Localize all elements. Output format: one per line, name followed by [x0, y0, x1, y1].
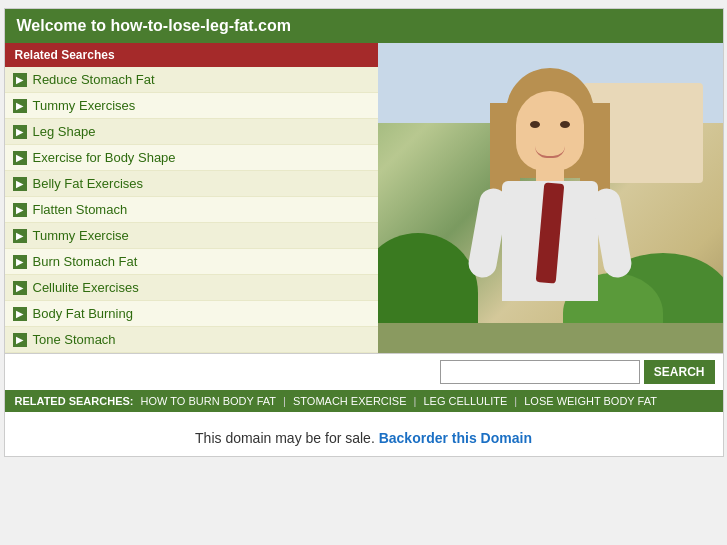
right-panel	[378, 43, 722, 353]
main-container: Welcome to how-to-lose-leg-fat.com Relat…	[4, 8, 724, 457]
sep-3: |	[514, 395, 520, 407]
header-bar: Welcome to how-to-lose-leg-fat.com	[5, 9, 723, 43]
bullet-icon: ▶	[13, 73, 27, 87]
left-panel: Related Searches ▶Reduce Stomach Fat▶Tum…	[5, 43, 379, 353]
bottom-section: This domain may be for sale. Backorder t…	[5, 412, 723, 456]
bullet-icon: ▶	[13, 281, 27, 295]
sep-1: |	[283, 395, 289, 407]
photo-area	[378, 43, 722, 353]
related-bar: RELATED SEARCHES: HOW TO BURN BODY FAT |…	[5, 390, 723, 412]
main-content: Related Searches ▶Reduce Stomach Fat▶Tum…	[5, 43, 723, 353]
bullet-icon: ▶	[13, 177, 27, 191]
bullet-icon: ▶	[13, 151, 27, 165]
eye-left	[530, 121, 540, 128]
bullet-icon: ▶	[13, 203, 27, 217]
related-bar-item-4[interactable]: LOSE WEIGHT BODY FAT	[524, 395, 657, 407]
search-bar-row: SEARCH	[5, 353, 723, 390]
list-item: ▶Body Fat Burning	[5, 301, 379, 327]
related-bar-item-2[interactable]: STOMACH EXERCISE	[293, 395, 407, 407]
footer-text: This domain may be for sale.	[195, 430, 375, 446]
bullet-icon: ▶	[13, 255, 27, 269]
bullet-icon: ▶	[13, 229, 27, 243]
bullet-icon: ▶	[13, 125, 27, 139]
list-item: ▶Flatten Stomach	[5, 197, 379, 223]
related-bar-label: RELATED SEARCHES:	[15, 395, 134, 407]
search-list-link[interactable]: Tummy Exercise	[33, 228, 129, 243]
list-item: ▶Cellulite Exercises	[5, 275, 379, 301]
search-list-link[interactable]: Burn Stomach Fat	[33, 254, 138, 269]
list-item: ▶Reduce Stomach Fat	[5, 67, 379, 93]
bullet-icon: ▶	[13, 99, 27, 113]
search-button[interactable]: SEARCH	[644, 360, 715, 384]
list-item: ▶Leg Shape	[5, 119, 379, 145]
footer-link[interactable]: Backorder this Domain	[379, 430, 532, 446]
search-list-link[interactable]: Exercise for Body Shape	[33, 150, 176, 165]
list-item: ▶Belly Fat Exercises	[5, 171, 379, 197]
bullet-icon: ▶	[13, 333, 27, 347]
list-item: ▶Tummy Exercise	[5, 223, 379, 249]
search-input[interactable]	[440, 360, 640, 384]
list-item: ▶Exercise for Body Shape	[5, 145, 379, 171]
header-title: Welcome to how-to-lose-leg-fat.com	[17, 17, 291, 34]
list-item: ▶Tone Stomach	[5, 327, 379, 353]
search-list-link[interactable]: Reduce Stomach Fat	[33, 72, 155, 87]
bullet-icon: ▶	[13, 307, 27, 321]
footer-domain: This domain may be for sale. Backorder t…	[5, 412, 723, 456]
eye-right	[560, 121, 570, 128]
related-bar-item-1[interactable]: HOW TO BURN BODY FAT	[141, 395, 276, 407]
related-bar-item-3[interactable]: LEG CELLULITE	[424, 395, 508, 407]
person-figure	[470, 63, 630, 333]
search-list-link[interactable]: Tone Stomach	[33, 332, 116, 347]
related-searches-label: Related Searches	[15, 48, 115, 62]
list-item: ▶Tummy Exercises	[5, 93, 379, 119]
smile	[535, 146, 565, 158]
search-list-link[interactable]: Belly Fat Exercises	[33, 176, 144, 191]
list-item: ▶Burn Stomach Fat	[5, 249, 379, 275]
search-list: ▶Reduce Stomach Fat▶Tummy Exercises▶Leg …	[5, 67, 379, 353]
search-list-link[interactable]: Leg Shape	[33, 124, 96, 139]
search-list-link[interactable]: Tummy Exercises	[33, 98, 136, 113]
search-list-link[interactable]: Flatten Stomach	[33, 202, 128, 217]
face	[516, 91, 584, 171]
related-bar-items: HOW TO BURN BODY FAT | STOMACH EXERCISE …	[137, 395, 661, 407]
search-list-link[interactable]: Cellulite Exercises	[33, 280, 139, 295]
related-searches-header: Related Searches	[5, 43, 379, 67]
sep-2: |	[414, 395, 420, 407]
search-list-link[interactable]: Body Fat Burning	[33, 306, 133, 321]
